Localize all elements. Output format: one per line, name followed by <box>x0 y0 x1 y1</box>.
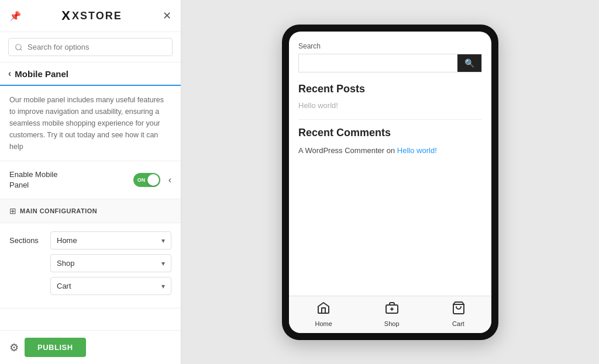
divider <box>298 119 482 120</box>
close-button[interactable]: ✕ <box>163 11 171 21</box>
recent-posts-title: Recent Posts <box>298 83 482 95</box>
search-input[interactable] <box>8 38 173 56</box>
section-shop-text: Shop <box>57 259 74 268</box>
phone-screen: Search 🔍 Recent Posts Hello world! Recen… <box>289 32 491 333</box>
grid-icon: ⊞ <box>9 206 16 216</box>
phone-bottom-nav: Home Shop <box>289 296 491 333</box>
nav-item-home[interactable]: Home <box>315 301 332 327</box>
sections-label: Sections <box>9 231 44 245</box>
section-dropdown-shop[interactable]: Shop ▾ <box>50 254 171 272</box>
toggle-knob <box>147 174 159 186</box>
search-bar <box>0 32 181 63</box>
enable-label: Enable MobilePanel <box>9 169 57 190</box>
publish-button[interactable]: PUBLISH <box>25 338 86 357</box>
logo-x: X <box>61 8 71 23</box>
recent-posts-section: Recent Posts Hello world! <box>298 83 482 110</box>
nav-home-label: Home <box>315 320 332 327</box>
comment-on-text: on <box>387 146 397 155</box>
back-nav[interactable]: ‹ Mobile Panel <box>0 63 181 86</box>
section-home-text: Home <box>57 236 77 245</box>
nav-cart-label: Cart <box>452 320 464 327</box>
sidebar-header: 📌 XXSTORE ✕ <box>0 0 181 32</box>
publish-bar: ⚙ PUBLISH <box>0 330 181 364</box>
logo: XXSTORE <box>61 8 122 23</box>
chevron-down-icon-shop: ▾ <box>161 259 165 268</box>
sidebar-scrollable-content: Our mobile panel includes many useful fe… <box>0 86 181 330</box>
phone-search-label: Search <box>298 42 482 50</box>
chevron-down-icon-home: ▾ <box>161 237 165 245</box>
recent-comments-title: Recent Comments <box>298 127 482 139</box>
section-cart-text: Cart <box>57 282 71 290</box>
shop-icon <box>385 301 399 318</box>
enable-toggle-row: Enable MobilePanel ON ‹ <box>0 161 181 199</box>
nav-item-cart[interactable]: Cart <box>452 301 466 327</box>
section-dropdown-home[interactable]: Home ▾ <box>50 231 171 249</box>
description-box: Our mobile panel includes many useful fe… <box>0 86 181 161</box>
main-config-label: MAIN CONFIGURATION <box>20 207 97 214</box>
pin-icon[interactable]: 📌 <box>9 11 21 22</box>
back-arrow-icon: ‹ <box>8 68 11 79</box>
sections-row: Sections Home ▾ Shop ▾ Cart ▾ <box>0 223 181 308</box>
phone-search-submit[interactable]: 🔍 <box>457 54 481 72</box>
phone-search-row: 🔍 <box>298 54 482 72</box>
comment-post-link[interactable]: Hello world! <box>397 146 437 155</box>
comment-row: A WordPress Commenter on Hello world! <box>298 145 482 157</box>
recent-comments-section: Recent Comments A WordPress Commenter on… <box>298 127 482 157</box>
home-icon <box>316 301 331 318</box>
phone-mockup: Search 🔍 Recent Posts Hello world! Recen… <box>282 25 498 340</box>
main-config-section: ⊞ MAIN CONFIGURATION <box>0 199 181 223</box>
sidebar: 📌 XXSTORE ✕ ‹ Mobile Panel Our mobile pa… <box>0 0 181 364</box>
section-dropdown-cart[interactable]: Cart ▾ <box>50 277 171 295</box>
main-content: Search 🔍 Recent Posts Hello world! Recen… <box>181 0 599 364</box>
nav-shop-label: Shop <box>384 320 400 327</box>
description-text: Our mobile panel includes many useful fe… <box>9 94 171 152</box>
back-nav-label: Mobile Panel <box>15 69 68 79</box>
nav-item-shop[interactable]: Shop <box>384 301 400 327</box>
enable-toggle[interactable]: ON <box>133 173 160 187</box>
cart-icon <box>452 301 466 318</box>
collapse-icon[interactable]: ‹ <box>168 175 171 185</box>
settings-gear-icon[interactable]: ⚙ <box>9 341 19 354</box>
phone-body: Search 🔍 Recent Posts Hello world! Recen… <box>289 32 491 296</box>
phone-search-input[interactable] <box>299 54 457 72</box>
chevron-down-icon-cart: ▾ <box>161 282 165 290</box>
phone-search-section: Search 🔍 <box>298 42 482 72</box>
recent-posts-link[interactable]: Hello world! <box>298 101 482 110</box>
toggle-on-text: ON <box>137 177 146 183</box>
comment-author: A WordPress Commenter <box>298 146 384 155</box>
